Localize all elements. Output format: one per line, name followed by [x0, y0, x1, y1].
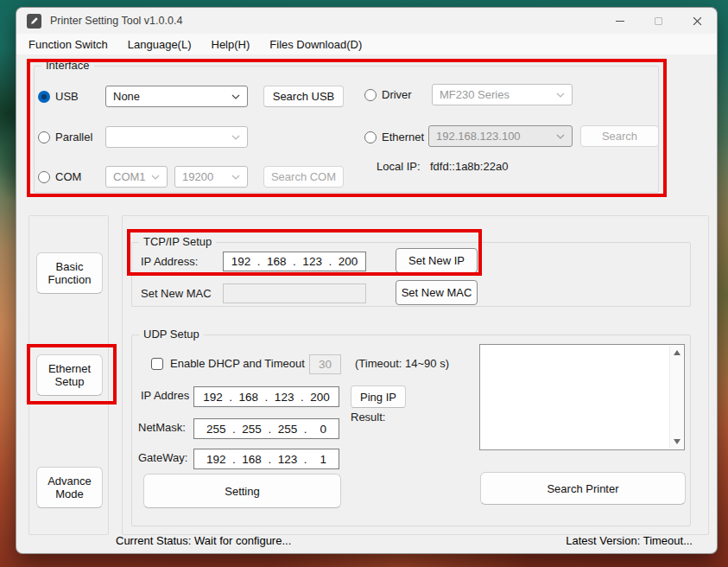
maximize-button[interactable]: [639, 8, 678, 34]
udp-ip-address-field[interactable]: 192 . 168 . 123 . 200: [193, 386, 339, 407]
tcpip-legend: TCP/IP Setup: [139, 235, 216, 248]
close-button[interactable]: [678, 8, 717, 34]
netmask-field[interactable]: 255 . 255 . 255 . 0: [193, 418, 339, 439]
chevron-down-icon: [556, 134, 565, 139]
interface-legend: Interface: [41, 59, 94, 72]
chevron-down-icon: [556, 92, 565, 98]
chevron-down-icon: [231, 135, 240, 140]
parallel-radio-label: Parallel: [55, 131, 92, 144]
timeout-hint-label: (Timeout: 14~90 s): [355, 357, 449, 371]
main-panel: TCP/IP Setup IP Address: 192 . 168 . 123…: [122, 215, 709, 535]
ethernet-radio-label: Ethernet: [382, 131, 424, 144]
search-usb-button[interactable]: Search USB: [263, 86, 344, 107]
menu-bar: Function Switch Language(L) Help(H) File…: [16, 34, 717, 54]
com-radio[interactable]: [38, 171, 50, 183]
driver-radio[interactable]: [364, 89, 377, 101]
udp-setup-group: UDP Setup Enable DHCP and Timeout 30 (Ti…: [131, 334, 691, 526]
minimize-button[interactable]: [600, 8, 639, 34]
window-title: Printer Setting Tool v1.0.0.4: [50, 15, 182, 27]
usb-device-value: None: [113, 90, 140, 103]
tcpip-setup-group: TCP/IP Setup IP Address: 192 . 168 . 123…: [131, 242, 691, 307]
parallel-combobox: [105, 126, 248, 148]
usb-device-combobox[interactable]: None: [105, 86, 248, 107]
local-ip-label: Local IP:: [377, 160, 421, 174]
set-new-mac-label: Set New MAC: [141, 287, 212, 301]
app-window: Printer Setting Tool v1.0.0.4 Function S…: [16, 7, 718, 554]
close-icon: [693, 16, 702, 26]
interface-group: Interface USB None Search USB Driver MF2…: [34, 66, 659, 193]
ethernet-ip-value: 192.168.123.100: [436, 130, 521, 143]
desktop-background: Printer Setting Tool v1.0.0.4 Function S…: [0, 0, 728, 567]
ip-address-label: IP Address:: [141, 255, 198, 269]
ethernet-radio[interactable]: [364, 131, 377, 143]
search-printer-button[interactable]: Search Printer: [480, 472, 686, 505]
local-ip-value: fdfd::1a8b:22a0: [430, 160, 508, 174]
title-bar: Printer Setting Tool v1.0.0.4: [16, 8, 717, 34]
sidebar-advance-mode-button[interactable]: Advance Mode: [36, 467, 103, 508]
com-radio-label: COM: [55, 170, 81, 184]
enable-dhcp-label: Enable DHCP and Timeout: [170, 357, 305, 371]
usb-radio-label: USB: [55, 90, 79, 104]
com-baud-value: 19200: [182, 170, 213, 183]
maximize-icon: [655, 17, 662, 25]
ping-ip-button[interactable]: Ping IP: [351, 385, 406, 408]
parallel-radio[interactable]: [38, 131, 50, 143]
sidebar-basic-function-button[interactable]: Basic Function: [36, 252, 103, 294]
ip-address-field[interactable]: 192 . 168 . 123 . 200: [223, 252, 366, 271]
set-new-ip-button[interactable]: Set New IP: [396, 248, 478, 273]
usb-radio[interactable]: [38, 91, 50, 103]
gateway-label: GateWay:: [138, 451, 187, 465]
driver-combobox: MF230 Series: [432, 84, 573, 105]
netmask-label: NetMask:: [138, 421, 186, 435]
current-status-text: Current Status: Wait for configure...: [116, 534, 291, 547]
search-ethernet-button: Search: [580, 125, 659, 147]
sidebar-panel: Basic Function Ethernet Setup Advance Mo…: [28, 215, 109, 535]
com-port-combobox: COM1: [105, 166, 168, 188]
result-label: Result:: [351, 411, 385, 424]
triangle-up-icon: [674, 350, 681, 355]
minimize-icon: [616, 21, 624, 22]
pencil-icon: [27, 14, 41, 29]
menu-help[interactable]: Help(H): [212, 38, 250, 51]
driver-value: MF230 Series: [440, 88, 510, 101]
chevron-down-icon: [231, 175, 240, 180]
menu-files-download[interactable]: Files Download(D): [269, 38, 362, 51]
set-new-mac-button[interactable]: Set New MAC: [396, 280, 478, 305]
enable-dhcp-checkbox[interactable]: [151, 358, 163, 370]
ethernet-ip-combobox: 192.168.123.100: [428, 125, 573, 147]
menu-language[interactable]: Language(L): [128, 38, 192, 51]
menu-function-switch[interactable]: Function Switch: [28, 38, 108, 51]
com-baud-combobox: 19200: [174, 166, 248, 188]
udp-ip-address-label: IP Addres: [141, 389, 189, 403]
status-bar: Current Status: Wait for configure... La…: [16, 534, 717, 550]
listbox-scrollbar[interactable]: [669, 346, 683, 449]
driver-radio-label: Driver: [382, 88, 412, 102]
chevron-down-icon: [151, 175, 160, 180]
sidebar-ethernet-setup-button[interactable]: Ethernet Setup: [36, 354, 103, 396]
mac-field: [223, 284, 366, 303]
search-com-button: Search COM: [263, 166, 344, 188]
chevron-down-icon: [231, 94, 240, 99]
printer-result-listbox[interactable]: [479, 344, 685, 450]
setting-button[interactable]: Setting: [143, 474, 341, 508]
dhcp-timeout-field: 30: [309, 354, 341, 374]
triangle-down-icon: [674, 439, 681, 444]
com-port-value: COM1: [113, 170, 146, 183]
udp-legend: UDP Setup: [139, 328, 204, 341]
gateway-field[interactable]: 192 . 168 . 123 . 1: [193, 449, 339, 469]
latest-version-text: Latest Version: Timeout...: [566, 534, 693, 547]
